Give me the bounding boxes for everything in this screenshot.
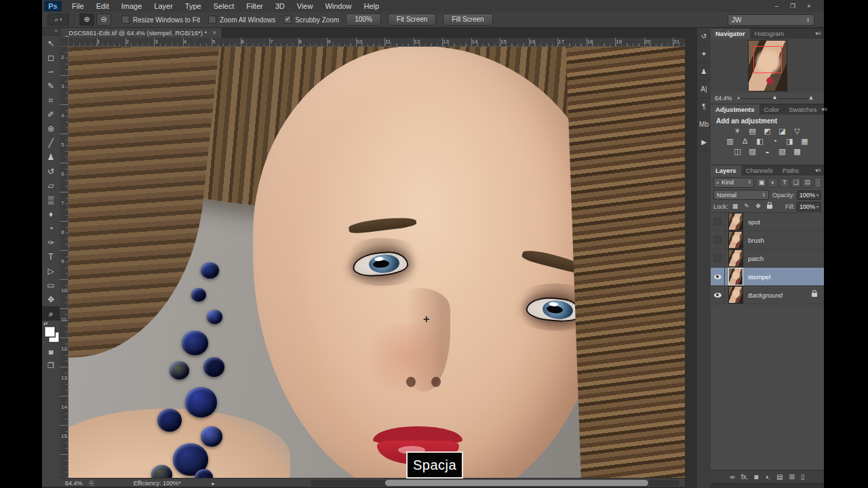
quick-selection-tool[interactable]: ✎	[42, 79, 60, 93]
adjustments-tab-swatches[interactable]: Swatches	[784, 104, 821, 115]
layer-thumbnail[interactable]	[728, 268, 743, 285]
layer-visibility-toggle[interactable]	[711, 231, 725, 249]
checkbox-resize-windows-to-fit[interactable]: Resize Windows to Fit	[121, 16, 200, 24]
mini-bridge-panel-icon[interactable]: Mb	[697, 116, 711, 134]
checkbox-box[interactable]	[208, 16, 216, 24]
lock-all-icon[interactable]	[766, 202, 774, 211]
lasso-tool[interactable]: ∽	[42, 64, 60, 79]
gradient-tool[interactable]: ▒	[42, 192, 60, 207]
hue-saturation-icon[interactable]: ▥	[725, 137, 735, 146]
paragraph-panel-icon[interactable]: ¶	[697, 98, 711, 116]
eye-hidden-well[interactable]	[713, 236, 722, 244]
navigator-zoom-slider[interactable]: ▴ ▲ ▲	[738, 98, 814, 99]
status-zoom-level[interactable]: 64.4%	[65, 480, 83, 487]
photo-filter-icon[interactable]: ◔	[770, 137, 780, 146]
slider-thumb[interactable]: ▲	[772, 94, 778, 100]
new-group-icon[interactable]: ▤	[776, 473, 783, 481]
hand-tool[interactable]: ✥	[42, 292, 60, 306]
invert-icon[interactable]: ◫	[732, 147, 743, 156]
opacity-value[interactable]: 100% ▾	[797, 190, 821, 200]
threshold-icon[interactable]: ◒	[762, 147, 772, 156]
link-layers-icon[interactable]: ∞	[730, 473, 735, 481]
layer-row-background[interactable]: Background	[711, 286, 824, 304]
menu-window[interactable]: Window	[319, 0, 357, 12]
status-efficiency[interactable]: Efficiency: 100%*	[134, 480, 181, 487]
history-brush-tool[interactable]: ↺	[42, 164, 60, 178]
layer-name[interactable]: patch	[748, 255, 764, 262]
layers-tab-layers[interactable]: Layers	[711, 165, 741, 176]
layers-tab-channels[interactable]: Channels	[741, 165, 778, 176]
layer-thumbnail[interactable]	[728, 249, 743, 267]
path-selection-tool[interactable]: ▷	[42, 264, 60, 278]
marquee-tool[interactable]: ◻	[42, 50, 60, 64]
menu-layer[interactable]: Layer	[148, 0, 179, 12]
layers-panel-menu-icon[interactable]: ▾≡	[815, 165, 824, 176]
eye-icon[interactable]	[714, 274, 722, 279]
menu-image[interactable]: Image	[115, 0, 149, 12]
zoom-in-mountain-icon[interactable]: ▲	[808, 94, 814, 101]
workspace-switcher[interactable]: JW ⇕	[728, 14, 814, 26]
layer-mask-icon[interactable]: ◙	[754, 473, 758, 481]
posterize-icon[interactable]: ▨	[747, 147, 757, 156]
new-adjustment-layer-icon[interactable]: ◑.	[764, 473, 770, 481]
gradient-map-icon[interactable]: ▩	[792, 147, 802, 156]
blur-tool[interactable]: ♦	[42, 207, 60, 221]
color-balance-icon[interactable]: ∆	[740, 137, 750, 146]
fill-value[interactable]: 100% ▾	[797, 202, 821, 211]
layer-visibility-toggle[interactable]	[711, 268, 725, 285]
clone-stamp-tool[interactable]: ♟	[42, 150, 60, 164]
zoom-tool[interactable]: ⌕	[42, 306, 60, 321]
fill-screen-button[interactable]: Fill Screen	[443, 14, 492, 26]
layer-visibility-toggle[interactable]	[711, 286, 725, 304]
eye-icon[interactable]	[714, 293, 722, 298]
horizontal-scrollbar[interactable]	[311, 480, 679, 486]
crop-tool[interactable]: ⌗	[42, 93, 60, 107]
eraser-tool[interactable]: ▱	[42, 178, 60, 192]
vibrance-icon[interactable]: ▽	[792, 127, 802, 136]
type-tool[interactable]: T	[42, 249, 60, 264]
status-menu-arrow-icon[interactable]: ▸	[212, 481, 215, 487]
delete-layer-icon[interactable]: ▯	[801, 473, 805, 481]
move-tool[interactable]: ↖	[42, 36, 60, 50]
100--button[interactable]: 100%	[346, 14, 381, 26]
eye-hidden-well[interactable]	[713, 218, 722, 226]
fit-screen-button[interactable]: Fit Screen	[388, 14, 437, 26]
menu-select[interactable]: Select	[208, 0, 241, 12]
menu-type[interactable]: Type	[179, 0, 208, 12]
layer-visibility-toggle[interactable]	[711, 249, 725, 267]
brightness-contrast-icon[interactable]: ☀	[732, 127, 743, 136]
menu-edit[interactable]: Edit	[90, 0, 115, 12]
checkbox-scrubby-zoom[interactable]: ✓Scrubby Zoom	[283, 16, 339, 24]
brush-tool[interactable]: ╱	[42, 136, 60, 150]
curves-icon[interactable]: ◩	[762, 127, 772, 136]
layer-name[interactable]: stempel	[748, 273, 770, 281]
menu-filter[interactable]: Filter	[240, 0, 269, 12]
black-white-icon[interactable]: ◧	[755, 137, 765, 146]
zoom-out-button[interactable]: ⊖	[96, 14, 111, 26]
navigator-tab-navigator[interactable]: Navigator	[711, 28, 750, 39]
actions-panel-icon[interactable]: ▶	[697, 134, 711, 151]
zoom-in-button[interactable]: ⊕	[79, 14, 94, 26]
navigator-view-box[interactable]	[753, 46, 782, 73]
brush-presets-panel-icon[interactable]: ✦	[697, 45, 711, 63]
exposure-icon[interactable]: ◪	[777, 127, 787, 136]
close-button[interactable]: ×	[802, 1, 816, 11]
selective-color-icon[interactable]: ▧	[777, 147, 787, 156]
dodge-tool[interactable]: ◔	[42, 221, 60, 235]
navigator-thumbnail[interactable]	[748, 40, 787, 92]
horizontal-scrollbar-thumb[interactable]	[385, 480, 648, 486]
screen-mode-button[interactable]: ❐	[42, 359, 60, 372]
layer-row-patch[interactable]: patch	[711, 249, 824, 268]
clone-source-panel-icon[interactable]: ♟	[697, 63, 711, 81]
type-layer-filter-icon[interactable]: T	[779, 178, 789, 188]
channel-mixer-icon[interactable]: ◨	[785, 137, 795, 146]
layer-name[interactable]: Background	[748, 291, 783, 299]
layer-style-icon[interactable]: fx.	[741, 473, 749, 481]
layer-name[interactable]: spot	[748, 218, 760, 226]
adjustments-tab-color[interactable]: Color	[760, 104, 785, 115]
navigator-zoom-value[interactable]: 64.4%	[715, 95, 732, 102]
pixel-layer-filter-icon[interactable]: ▣	[756, 178, 766, 188]
layer-name[interactable]: brush	[748, 237, 764, 244]
layer-filter-toggle[interactable]	[814, 178, 821, 188]
new-layer-icon[interactable]: ⊞	[789, 473, 795, 481]
